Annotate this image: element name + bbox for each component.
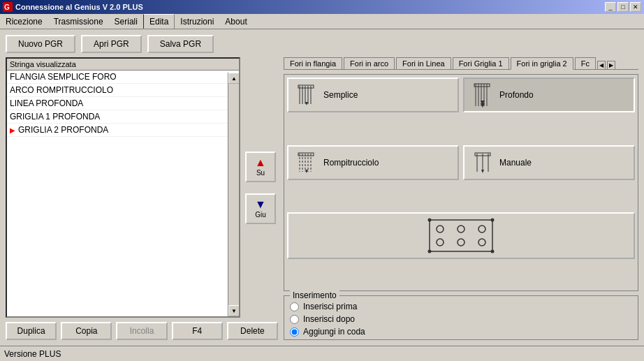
radio-dopo[interactable]: Inserisci dopo bbox=[290, 314, 632, 324]
manuale-label: Manuale bbox=[499, 158, 532, 168]
rompitrucciolo-label: Rompitrucciolo bbox=[323, 158, 379, 168]
nuovo-pgr-button[interactable]: Nuovo PGR bbox=[6, 35, 75, 53]
list-item-label: FLANGIA SEMPLICE FORO bbox=[10, 72, 117, 82]
minimize-button[interactable]: _ bbox=[605, 2, 616, 12]
svg-marker-28 bbox=[481, 170, 484, 173]
menu-item-edita[interactable]: Edita bbox=[143, 14, 175, 29]
copia-button[interactable]: Copia bbox=[61, 322, 112, 340]
menu-item-istruzioni[interactable]: Istruzioni bbox=[175, 14, 219, 29]
window-title: Connessione al Genius V 2.0 PLUS bbox=[15, 3, 143, 11]
radio-coda-label: Aggiungi in coda bbox=[303, 327, 365, 337]
app-icon: G bbox=[3, 2, 13, 12]
list-header: Stringa visualizzata bbox=[7, 59, 239, 71]
delete-button[interactable]: Delete bbox=[227, 322, 278, 340]
window-controls: _ □ ✕ bbox=[605, 2, 641, 12]
rompitrucciolo-button[interactable]: Rompitrucciolo bbox=[287, 145, 459, 180]
svg-point-39 bbox=[491, 250, 495, 253]
inserimento-legend: Inserimento bbox=[290, 290, 339, 300]
giu-label: Giu bbox=[255, 211, 266, 219]
svg-point-30 bbox=[437, 226, 444, 233]
menu-item-seriali[interactable]: Seriali bbox=[109, 14, 143, 29]
menu-item-trasmissione[interactable]: Trasmissione bbox=[48, 14, 109, 29]
tab-fori-griglia1[interactable]: Fori Griglia 1 bbox=[453, 57, 509, 69]
menu-bar: Ricezione Trasmissione Seriali Edita Ist… bbox=[0, 14, 644, 29]
grid-icon-button[interactable] bbox=[287, 212, 635, 259]
tab-nav-prev[interactable]: ◀ bbox=[597, 61, 606, 69]
incolla-button[interactable]: Incolla bbox=[116, 322, 167, 340]
svg-point-32 bbox=[478, 226, 485, 233]
svg-rect-29 bbox=[430, 220, 492, 251]
tab-nav-next[interactable]: ▶ bbox=[607, 61, 615, 69]
maximize-button[interactable]: □ bbox=[617, 2, 629, 12]
tab-fori-linea[interactable]: Fori in Linea bbox=[396, 57, 451, 69]
list-item[interactable]: GRIGLIA 1 PROFONDA bbox=[7, 110, 228, 124]
tabs-container: Fori in flangia Fori in arco Fori in Lin… bbox=[284, 57, 638, 70]
manuale-button[interactable]: Manuale bbox=[463, 145, 635, 180]
duplica-button[interactable]: Duplica bbox=[6, 322, 57, 340]
left-panel: Stringa visualizzata FLANGIA SEMPLICE FO… bbox=[6, 57, 278, 340]
scrollbar-up[interactable]: ▲ bbox=[228, 73, 240, 84]
content-area: Stringa visualizzata FLANGIA SEMPLICE FO… bbox=[6, 57, 638, 340]
svg-point-31 bbox=[458, 226, 464, 233]
tab-fc[interactable]: Fc bbox=[575, 57, 596, 69]
profondo-button[interactable]: Profondo bbox=[463, 78, 635, 112]
list-item[interactable]: ARCO ROMPITRUCCIOLO bbox=[7, 84, 228, 97]
menu-item-ricezione[interactable]: Ricezione bbox=[0, 14, 48, 29]
su-label: Su bbox=[256, 169, 265, 177]
list-item[interactable]: LINEA PROFONDA bbox=[7, 97, 228, 110]
list-item-label: GRIGLIA 1 PROFONDA bbox=[10, 112, 100, 121]
radio-prima-input[interactable] bbox=[290, 302, 299, 311]
tab-fori-griglia2[interactable]: Fori in griglia 2 bbox=[511, 57, 573, 70]
svg-point-36 bbox=[428, 219, 432, 222]
semplice-label: Semplice bbox=[323, 90, 358, 100]
list-item-label: ARCO ROMPITRUCCIOLO bbox=[10, 85, 113, 95]
radio-dopo-label: Inserisci dopo bbox=[303, 314, 355, 324]
salva-pgr-button[interactable]: Salva PGR bbox=[147, 35, 214, 53]
arrow-icon: ▶ bbox=[10, 126, 15, 134]
su-button[interactable]: ▲ Su bbox=[245, 152, 276, 182]
semplice-icon bbox=[294, 82, 319, 108]
f4-button[interactable]: F4 bbox=[172, 322, 223, 340]
list-container: Stringa visualizzata FLANGIA SEMPLICE FO… bbox=[6, 57, 240, 318]
svg-point-37 bbox=[491, 219, 495, 222]
list-item-label: LINEA PROFONDA bbox=[10, 98, 83, 108]
title-bar: G Connessione al Genius V 2.0 PLUS _ □ ✕ bbox=[0, 0, 644, 14]
close-button[interactable]: ✕ bbox=[630, 2, 641, 12]
main-content: Nuovo PGR Apri PGR Salva PGR Stringa vis… bbox=[0, 29, 644, 346]
status-bar: Versione PLUS bbox=[0, 346, 644, 361]
profondo-icon bbox=[470, 82, 495, 108]
rompitrucciolo-icon bbox=[294, 150, 319, 175]
list-item[interactable]: FLANGIA SEMPLICE FORO bbox=[7, 71, 228, 84]
right-panel: Fori in flangia Fori in arco Fori in Lin… bbox=[284, 57, 638, 340]
profondo-label: Profondo bbox=[499, 90, 534, 100]
manuale-icon bbox=[470, 150, 495, 175]
radio-dopo-input[interactable] bbox=[290, 315, 299, 324]
svg-point-38 bbox=[428, 250, 432, 253]
action-buttons: Duplica Copia Incolla F4 Delete bbox=[6, 322, 278, 340]
apri-pgr-button[interactable]: Apri PGR bbox=[81, 35, 142, 53]
radio-prima-label: Inserisci prima bbox=[303, 302, 357, 311]
giu-button[interactable]: ▼ Giu bbox=[245, 193, 276, 224]
radio-group: Inserisci prima Inserisci dopo Aggiungi … bbox=[290, 299, 632, 337]
radio-coda[interactable]: Aggiungi in coda bbox=[290, 327, 632, 337]
list-items: FLANGIA SEMPLICE FORO ARCO ROMPITRUCCIOL… bbox=[7, 71, 228, 313]
arrow-down-icon: ▼ bbox=[255, 198, 266, 211]
list-item-label: GRIGLIA 2 PROFONDA bbox=[18, 125, 108, 135]
svg-point-35 bbox=[478, 239, 485, 246]
radio-prima[interactable]: Inserisci prima bbox=[290, 302, 632, 311]
list-scrollbar: ▲ ▼ bbox=[228, 73, 239, 316]
tab-fori-arco[interactable]: Fori in arco bbox=[344, 57, 395, 69]
toolbar: Nuovo PGR Apri PGR Salva PGR bbox=[6, 35, 638, 53]
inserimento-section: Inserimento Inserisci prima Inserisci do… bbox=[284, 295, 638, 340]
semplice-button[interactable]: Semplice bbox=[287, 78, 459, 112]
arrow-up-icon: ▲ bbox=[255, 156, 266, 169]
grid-icon bbox=[426, 216, 496, 255]
svg-point-33 bbox=[437, 239, 444, 246]
tab-fori-flangia[interactable]: Fori in flangia bbox=[284, 57, 342, 69]
list-item[interactable]: ▶ GRIGLIA 2 PROFONDA bbox=[7, 124, 228, 137]
icons-panel: Semplice Profondo bbox=[284, 74, 638, 291]
svg-point-34 bbox=[458, 239, 464, 246]
radio-coda-input[interactable] bbox=[290, 327, 299, 337]
scrollbar-down[interactable]: ▼ bbox=[228, 305, 240, 316]
menu-item-about[interactable]: About bbox=[219, 14, 252, 29]
